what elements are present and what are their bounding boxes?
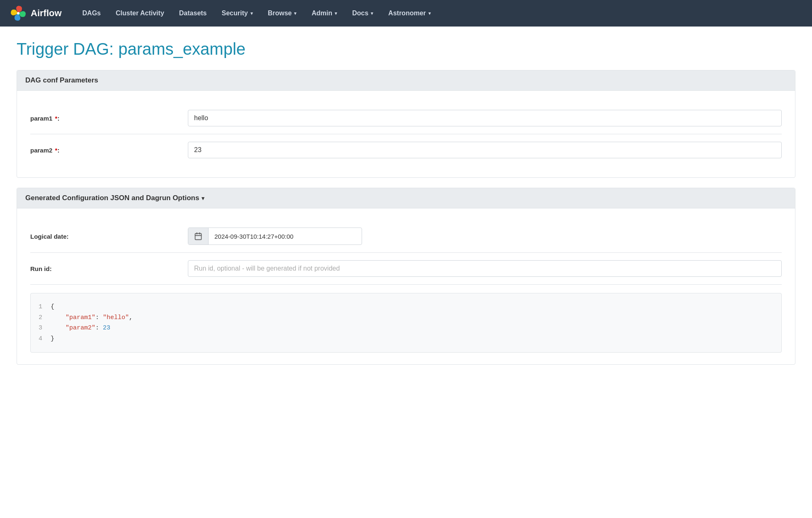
- security-chevron-icon: ▾: [250, 11, 253, 16]
- logo-link[interactable]: Airflow: [10, 5, 62, 22]
- line-content-1: {: [51, 302, 773, 312]
- dag-conf-header[interactable]: DAG conf Parameters: [17, 70, 795, 91]
- astronomer-chevron-icon: ▾: [428, 11, 431, 16]
- line-content-2: "param1": "hello",: [51, 312, 773, 323]
- dag-conf-body: param1 *: param2 *:: [17, 91, 795, 177]
- page-title: Trigger DAG: params_example: [17, 40, 795, 58]
- nav-dags[interactable]: DAGs: [75, 0, 108, 27]
- nav-docs[interactable]: Docs ▾: [345, 0, 381, 27]
- pinwheel-icon: [10, 5, 27, 22]
- nav-browse[interactable]: Browse ▾: [260, 0, 304, 27]
- logical-date-value: 2024-09-30T10:14:27+00:00: [209, 229, 362, 244]
- param1-required-star: *: [53, 115, 57, 122]
- param2-required-star: *: [53, 147, 57, 154]
- param2-label: param2 *:: [30, 147, 188, 154]
- dag-conf-section: DAG conf Parameters param1 *: param2 *:: [17, 70, 795, 178]
- code-line-2: 2 "param1": "hello",: [31, 312, 773, 323]
- code-line-4: 4 }: [31, 334, 773, 344]
- run-id-input[interactable]: [188, 260, 782, 277]
- generated-section-chevron-icon: ▾: [202, 195, 204, 201]
- docs-chevron-icon: ▾: [371, 11, 373, 16]
- line-num-2: 2: [31, 312, 51, 323]
- calendar-icon: [194, 232, 202, 240]
- calendar-button[interactable]: [188, 228, 209, 244]
- line-num-3: 3: [31, 323, 51, 334]
- run-id-row: Run id:: [30, 253, 782, 285]
- main-content: Trigger DAG: params_example DAG conf Par…: [0, 27, 812, 388]
- line-content-4: }: [51, 334, 773, 344]
- param1-label: param1 *:: [30, 115, 188, 122]
- logical-date-label: Logical date:: [30, 233, 188, 240]
- svg-point-0: [17, 12, 19, 15]
- json-code-block: 1 { 2 "param1": "hello", 3 "param2": 23 …: [30, 293, 782, 353]
- admin-chevron-icon: ▾: [335, 11, 337, 16]
- generated-section-header[interactable]: Generated Configuration JSON and Dagrun …: [17, 188, 795, 208]
- param2-input[interactable]: [188, 142, 782, 158]
- code-line-3: 3 "param2": 23: [31, 323, 773, 334]
- nav-security[interactable]: Security ▾: [214, 0, 260, 27]
- nav-items: DAGs Cluster Activity Datasets Security …: [75, 0, 438, 27]
- line-num-1: 1: [31, 302, 51, 312]
- param2-row: param2 *:: [30, 134, 782, 166]
- nav-cluster-activity[interactable]: Cluster Activity: [108, 0, 172, 27]
- logical-date-input-wrapper[interactable]: 2024-09-30T10:14:27+00:00: [188, 228, 362, 245]
- logical-date-row: Logical date: 2024-09-30T10:14:27+00:00: [30, 220, 782, 253]
- code-lines: 1 { 2 "param1": "hello", 3 "param2": 23 …: [31, 302, 773, 344]
- code-line-1: 1 {: [31, 302, 773, 312]
- param1-row: param1 *:: [30, 102, 782, 134]
- run-id-label: Run id:: [30, 265, 188, 272]
- navbar: Airflow DAGs Cluster Activity Datasets S…: [0, 0, 812, 27]
- nav-admin[interactable]: Admin ▾: [304, 0, 345, 27]
- browse-chevron-icon: ▾: [294, 11, 297, 16]
- nav-astronomer[interactable]: Astronomer ▾: [381, 0, 438, 27]
- svg-rect-1: [195, 233, 202, 240]
- param1-input[interactable]: [188, 110, 782, 126]
- line-content-3: "param2": 23: [51, 323, 773, 334]
- logo-text: Airflow: [31, 8, 62, 19]
- generated-section-body: Logical date: 2024-09-30T10:14:27+00:00: [17, 208, 795, 364]
- line-num-4: 4: [31, 334, 51, 344]
- generated-section: Generated Configuration JSON and Dagrun …: [17, 188, 795, 365]
- nav-datasets[interactable]: Datasets: [172, 0, 214, 27]
